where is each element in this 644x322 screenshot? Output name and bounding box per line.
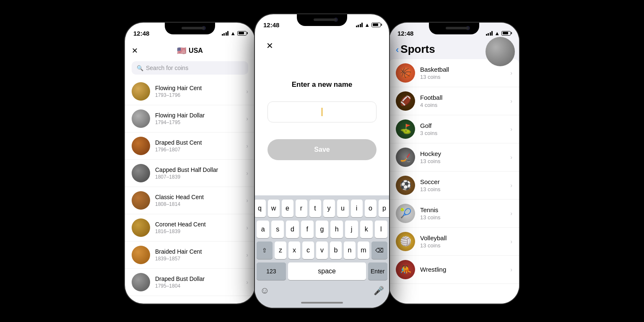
coin-avatar-0 (132, 82, 150, 101)
home-bar-center (301, 302, 343, 304)
wifi-icon-right: ▲ (494, 30, 500, 36)
key-o[interactable]: o (365, 200, 377, 217)
coin-name-7: Draped Bust Dollar (155, 275, 241, 282)
key-c[interactable]: c (302, 242, 314, 259)
sport-item-volleyball[interactable]: 🏐 Volleyball 13 coins › (389, 228, 519, 256)
coin-item-0[interactable]: Flowing Hair Cent 1793–1796 › (125, 78, 255, 105)
coin-item-2[interactable]: Draped Bust Cent 1796–1807 › (125, 132, 255, 160)
notch-center (297, 14, 347, 26)
sport-avatar-hockey: 🏒 (396, 148, 415, 167)
sport-coins-football: 4 coins (420, 102, 505, 108)
key-i[interactable]: i (351, 200, 363, 217)
coin-info-0: Flowing Hair Cent 1793–1796 (155, 85, 241, 98)
chevron-6: › (246, 252, 248, 258)
sport-coins-volleyball: 13 coins (420, 242, 505, 249)
key-b[interactable]: b (330, 242, 342, 259)
back-button[interactable]: ‹ (396, 44, 399, 55)
signal-right (486, 31, 493, 36)
chevron-tennis: › (510, 210, 512, 217)
sport-item-tennis[interactable]: 🎾 Tennis 13 coins › (389, 200, 519, 228)
key-v[interactable]: v (316, 242, 328, 259)
sport-item-soccer[interactable]: ⚽ Soccer 13 coins › (389, 171, 519, 200)
coin-item-7[interactable]: Draped Bust Dollar 1795–1804 › (125, 269, 255, 296)
country-title: USA (189, 47, 203, 55)
sport-info-golf: Golf 3 coins (420, 122, 505, 136)
key-r[interactable]: r (296, 200, 307, 217)
sport-info-soccer: Soccer 13 coins (420, 178, 505, 192)
sport-item-golf[interactable]: ⛳ Golf 3 coins › (389, 115, 519, 143)
coin-item-3[interactable]: Capped Bust Half Dollar 1807–1839 › (125, 160, 255, 187)
signal-center (356, 22, 363, 27)
keyboard-row-1: q w e r t y u i o p (257, 200, 387, 217)
coin-name-0: Flowing Hair Cent (155, 85, 241, 91)
sport-name-wrestling: Wrestling (420, 266, 505, 273)
key-e[interactable]: e (282, 200, 293, 217)
sport-item-football[interactable]: 🏈 Football 4 coins › (389, 87, 519, 115)
sports-list: 🏀 Basketball 13 coins › 🏈 Football 4 coi… (389, 59, 519, 304)
chevron-basketball: › (510, 70, 512, 76)
header-coin-image (486, 37, 515, 66)
key-u[interactable]: u (337, 200, 349, 217)
coin-avatar-6 (132, 246, 150, 264)
chevron-2: › (246, 143, 248, 149)
key-k[interactable]: k (360, 221, 373, 238)
time-center: 12:48 (263, 21, 279, 29)
dialog-close-button[interactable]: ✕ (263, 39, 276, 52)
key-g[interactable]: g (316, 221, 328, 238)
name-input-field[interactable] (267, 101, 377, 122)
key-a[interactable]: a (257, 221, 269, 238)
phone-right: 12:48 ▲ ‹ Sports (389, 23, 519, 304)
keyboard-row-2: a s d f g h j k l (257, 221, 387, 238)
home-indicator-center (257, 299, 387, 305)
sport-item-hockey[interactable]: 🏒 Hockey 13 coins › (389, 143, 519, 171)
keyboard-row-4: 123 space Enter (257, 262, 387, 280)
coin-name-3: Capped Bust Half Dollar (155, 166, 241, 173)
coin-item-1[interactable]: Flowing Hair Dollar 1794–1795 › (125, 105, 255, 132)
key-s[interactable]: s (271, 221, 284, 238)
key-h[interactable]: h (330, 221, 343, 238)
key-shift[interactable]: ⇧ (257, 242, 273, 259)
key-m[interactable]: m (358, 242, 369, 259)
emoji-button[interactable]: ☺ (260, 285, 269, 296)
key-space[interactable]: space (288, 262, 366, 280)
chevron-volleyball: › (510, 238, 512, 245)
key-d[interactable]: d (286, 221, 299, 238)
key-enter[interactable]: Enter (368, 262, 387, 280)
sport-item-wrestling[interactable]: 🤼 Wrestling › (389, 256, 519, 284)
coin-item-4[interactable]: Classic Head Cent 1808–1814 › (125, 187, 255, 214)
sport-info-football: Football 4 coins (420, 94, 505, 108)
key-x[interactable]: x (288, 242, 300, 259)
key-l[interactable]: l (375, 221, 387, 238)
key-123[interactable]: 123 (257, 262, 286, 280)
sport-name-basketball: Basketball (420, 66, 505, 73)
key-z[interactable]: z (275, 242, 286, 259)
save-button[interactable]: Save (267, 139, 377, 160)
key-p[interactable]: p (379, 200, 390, 217)
key-t[interactable]: t (309, 200, 321, 217)
key-j[interactable]: j (345, 221, 358, 238)
coin-item-6[interactable]: Braided Hair Cent 1839–1857 › (125, 242, 255, 269)
chevron-4: › (246, 197, 248, 204)
dialog-header: ✕ (255, 33, 389, 55)
keyboard-bottom: ☺ 🎤 (257, 283, 387, 299)
coin-info-7: Draped Bust Dollar 1795–1804 (155, 275, 241, 289)
wifi-icon-center: ▲ (364, 22, 370, 28)
key-q[interactable]: q (255, 200, 266, 217)
sport-avatar-tennis: 🎾 (396, 204, 415, 223)
key-y[interactable]: y (323, 200, 335, 217)
dialog-body: Enter a new name Save (255, 55, 389, 195)
close-button-left[interactable]: ✕ (132, 46, 138, 55)
key-delete[interactable]: ⌫ (371, 242, 387, 259)
key-w[interactable]: w (268, 200, 280, 217)
search-bar[interactable]: 🔍 Search for coins (132, 61, 248, 75)
coin-item-5[interactable]: Coronet Head Cent 1816–1839 › (125, 214, 255, 242)
sport-coins-hockey: 13 coins (420, 158, 505, 164)
key-n[interactable]: n (344, 242, 356, 259)
phone-center: 12:48 ▲ ✕ Enter a new name (255, 14, 389, 308)
sport-info-wrestling: Wrestling (420, 266, 505, 274)
mic-button[interactable]: 🎤 (374, 286, 384, 296)
sport-avatar-soccer: ⚽ (396, 176, 415, 195)
coin-name-5: Coronet Head Cent (155, 221, 241, 228)
coin-date-3: 1807–1839 (155, 174, 241, 180)
key-f[interactable]: f (301, 221, 314, 238)
